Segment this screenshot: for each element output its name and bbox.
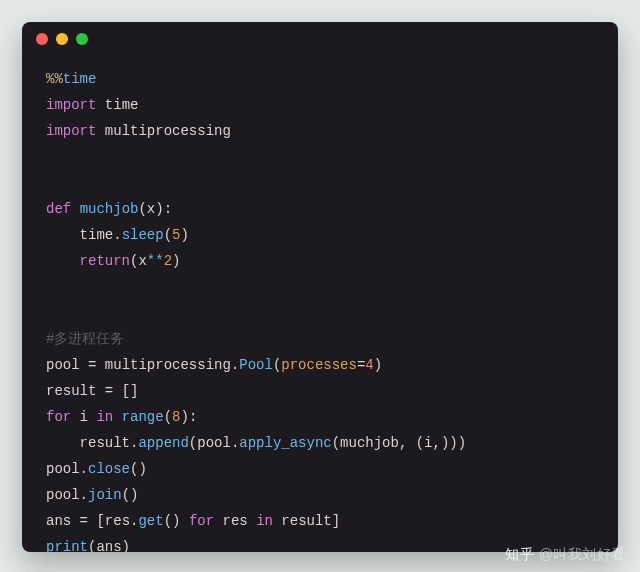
fn-sleep: sleep	[122, 227, 164, 243]
kw-def: def	[46, 201, 71, 217]
kw-in: in	[96, 409, 113, 425]
fn-print: print	[46, 539, 88, 552]
kw-return: return	[80, 253, 130, 269]
kw-for: for	[46, 409, 71, 425]
var-pool: pool	[46, 357, 80, 373]
kw-import: import	[46, 97, 96, 113]
fn-append: append	[138, 435, 188, 451]
fn-join: join	[88, 487, 122, 503]
var-result: result	[46, 383, 96, 399]
num-2: 2	[164, 253, 172, 269]
minimize-icon[interactable]	[56, 33, 68, 45]
close-icon[interactable]	[36, 33, 48, 45]
obj-time: time	[80, 227, 114, 243]
kw-import: import	[46, 123, 96, 139]
module-multiprocessing: multiprocessing	[105, 123, 231, 139]
watermark-site: 知乎	[505, 546, 534, 562]
comment: #多进程任务	[46, 331, 124, 347]
fn-get: get	[138, 513, 163, 529]
op-pow: **	[147, 253, 164, 269]
magic-prefix: %%	[46, 71, 63, 87]
module-time: time	[105, 97, 139, 113]
fn-muchjob: muchjob	[80, 201, 139, 217]
kwarg-processes: processes	[281, 357, 357, 373]
magic-name: time	[63, 71, 97, 87]
empty-list: []	[122, 383, 139, 399]
watermark: 知乎 @叫我刘好看	[505, 546, 626, 564]
watermark-handle: @叫我刘好看	[539, 546, 626, 562]
fn-range: range	[122, 409, 164, 425]
terminal-window: %%time import time import multiprocessin…	[22, 22, 618, 552]
zoom-icon[interactable]	[76, 33, 88, 45]
fn-close: close	[88, 461, 130, 477]
fn-apply-async: apply_async	[239, 435, 331, 451]
mod-mp: multiprocessing	[105, 357, 231, 373]
num-4: 4	[365, 357, 373, 373]
var-ans: ans	[46, 513, 71, 529]
window-titlebar	[22, 22, 618, 56]
params: (x):	[138, 201, 172, 217]
fn-pool: Pool	[239, 357, 273, 373]
code-block: %%time import time import multiprocessin…	[46, 66, 594, 536]
